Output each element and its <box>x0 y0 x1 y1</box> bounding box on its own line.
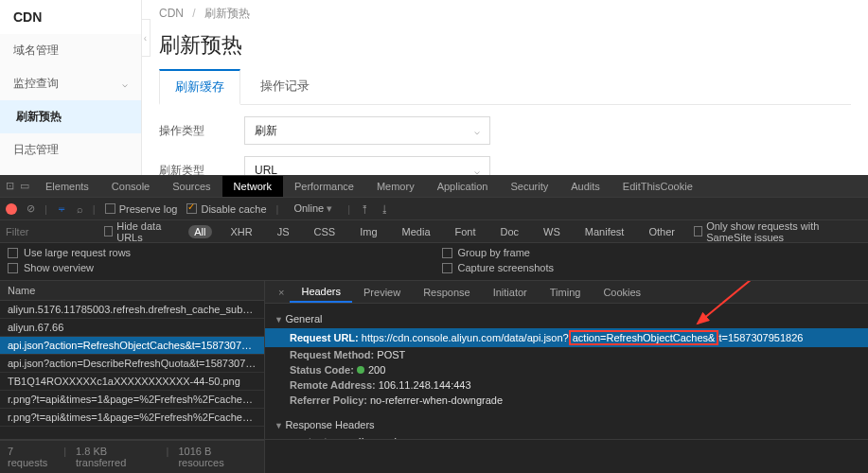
remote-address-row: Remote Address: 106.11.248.144:443 <box>275 377 859 393</box>
referrer-policy-row: Referrer Policy: no-referrer-when-downgr… <box>275 393 859 408</box>
optype-select[interactable]: 刷新⌵ <box>244 116 490 145</box>
filter-row: Hide data URLs All XHR JS CSS Img Media … <box>0 220 868 243</box>
filter-ws[interactable]: WS <box>538 225 566 238</box>
form-row-refreshtype: 刷新类型 URL⌵ <box>159 156 851 175</box>
devtab-application[interactable]: Application <box>426 176 500 197</box>
tab-refresh-cache[interactable]: 刷新缓存 <box>159 69 240 105</box>
response-headers-section[interactable]: Response Headers <box>275 415 859 434</box>
filter-css[interactable]: CSS <box>309 225 342 238</box>
chevron-down-icon: ⌵ <box>474 126 480 136</box>
network-toolbar: ⊘ | ⫧ ⌕ | Preserve log Disable cache | O… <box>0 198 868 220</box>
search-icon[interactable]: ⌕ <box>77 203 83 215</box>
devtab-editcookie[interactable]: EditThisCookie <box>611 176 704 197</box>
devtools-panel: ⊡▭ Elements Console Sources Network Perf… <box>0 175 868 473</box>
devtab-elements[interactable]: Elements <box>34 176 100 197</box>
detail-tab-initiator[interactable]: Initiator <box>482 283 539 302</box>
breadcrumb-root[interactable]: CDN <box>159 7 184 20</box>
breadcrumb-current: 刷新预热 <box>204 7 250 20</box>
clear-icon[interactable]: ⊘ <box>27 202 35 215</box>
sidebar-item-log[interactable]: 日志管理 <box>0 133 141 166</box>
device-icon[interactable]: ▭ <box>20 180 29 192</box>
devtab-network[interactable]: Network <box>222 176 283 197</box>
chevron-down-icon: ⌵ <box>474 166 480 176</box>
request-item[interactable]: r.png?t=api&times=1&page=%2Frefresh%2Fca… <box>0 409 264 427</box>
highlighted-action-param: action=RefreshObjectCaches& <box>569 330 719 345</box>
status-dot-icon <box>357 366 364 374</box>
request-item[interactable]: TB1Q14ROXXXXXc1aXXXXXXXXXXX-44-50.png <box>0 373 264 391</box>
inspect-icon[interactable]: ⊡ <box>6 180 14 192</box>
filter-media[interactable]: Media <box>397 225 436 238</box>
breadcrumb: CDN / 刷新预热 <box>159 6 851 27</box>
devtools-tabs: ⊡▭ Elements Console Sources Network Perf… <box>0 175 868 198</box>
detail-column: × Headers Preview Response Initiator Tim… <box>265 281 868 439</box>
chevron-down-icon: ⌵ <box>122 79 128 89</box>
request-count: 7 requests <box>8 446 54 468</box>
devtab-security[interactable]: Security <box>499 176 559 197</box>
page-tabs: 刷新缓存 操作记录 <box>159 69 851 105</box>
requests-column: Name aliyun.5176.11785003.refresh.drefre… <box>0 281 265 439</box>
filter-xhr[interactable]: XHR <box>225 225 258 238</box>
request-item[interactable]: r.png?t=api&times=1&page=%2Frefresh%2Fca… <box>0 391 264 409</box>
refreshtype-select[interactable]: URL⌵ <box>244 156 490 175</box>
upload-icon[interactable]: ⭱ <box>360 203 370 215</box>
general-section[interactable]: General <box>275 309 859 328</box>
sidebar-title: CDN <box>0 0 141 34</box>
filter-js[interactable]: JS <box>272 225 295 238</box>
request-item[interactable]: aliyun.5176.11785003.refresh.drefresh_ca… <box>0 301 264 319</box>
show-overview-checkbox[interactable]: Show overview <box>8 262 427 273</box>
request-url-row: Request URL: https://cdn.console.aliyun.… <box>265 328 868 347</box>
refreshtype-label: 刷新类型 <box>159 163 244 176</box>
filter-doc[interactable]: Doc <box>495 225 525 238</box>
record-button[interactable] <box>6 203 17 215</box>
sidebar-collapse-handle[interactable]: ‹ <box>142 19 151 57</box>
preserve-log-checkbox[interactable]: Preserve log <box>105 203 178 215</box>
transferred-size: 1.8 KB transferred <box>76 446 157 468</box>
devtab-memory[interactable]: Memory <box>365 176 426 197</box>
request-method-row: Request Method: POST <box>275 347 859 362</box>
filter-img[interactable]: Img <box>354 225 382 238</box>
group-frame-checkbox[interactable]: Group by frame <box>442 247 861 258</box>
detail-tab-timing[interactable]: Timing <box>539 283 593 302</box>
capture-screenshots-checkbox[interactable]: Capture screenshots <box>442 262 861 273</box>
hide-dataurls-checkbox[interactable]: Hide data URLs <box>104 220 175 243</box>
large-rows-checkbox[interactable]: Use large request rows <box>8 247 427 258</box>
filter-icon[interactable]: ⫧ <box>57 203 67 215</box>
main-content: ‹ CDN / 刷新预热 刷新预热 刷新缓存 操作记录 操作类型 刷新⌵ 刷新类… <box>142 0 868 175</box>
throttling-select[interactable]: Online ▾ <box>288 201 338 216</box>
filter-all[interactable]: All <box>188 225 211 238</box>
filter-input[interactable] <box>6 226 91 237</box>
page-title: 刷新预热 <box>159 31 851 60</box>
status-code-row: Status Code: 200 <box>275 362 859 377</box>
devtab-sources[interactable]: Sources <box>161 176 221 197</box>
devtab-audits[interactable]: Audits <box>559 176 611 197</box>
requests-header[interactable]: Name <box>0 281 264 301</box>
sidebar-item-domain[interactable]: 域名管理 <box>0 34 141 67</box>
request-item[interactable]: api.json?action=RefreshObjectCaches&t=15… <box>0 337 264 355</box>
samesite-checkbox[interactable]: Only show requests with SameSite issues <box>694 220 862 243</box>
detail-body: General Request URL: https://cdn.console… <box>265 304 868 439</box>
detail-tab-preview[interactable]: Preview <box>352 283 412 302</box>
download-icon[interactable]: ⭳ <box>380 203 390 215</box>
form-row-optype: 操作类型 刷新⌵ <box>159 116 851 145</box>
detail-tab-cookies[interactable]: Cookies <box>592 283 652 302</box>
close-detail-icon[interactable]: × <box>273 287 290 298</box>
filter-other[interactable]: Other <box>643 225 681 238</box>
detail-tab-headers[interactable]: Headers <box>290 282 352 303</box>
devtab-console[interactable]: Console <box>100 176 161 197</box>
sidebar-item-refresh[interactable]: 刷新预热 <box>0 100 141 133</box>
detail-tab-response[interactable]: Response <box>412 283 482 302</box>
sidebar: CDN 域名管理 监控查询⌵ 刷新预热 日志管理 工具服务 <box>0 0 142 175</box>
filter-font[interactable]: Font <box>450 225 482 238</box>
tab-operation-record[interactable]: 操作记录 <box>244 69 326 104</box>
resources-size: 1016 B resources <box>178 446 257 468</box>
request-list: aliyun.5176.11785003.refresh.drefresh_ca… <box>0 301 264 439</box>
filter-manifest[interactable]: Manifest <box>579 225 630 238</box>
detail-tabs: × Headers Preview Response Initiator Tim… <box>265 281 868 304</box>
request-item[interactable]: aliyun.67.66 <box>0 319 264 337</box>
request-item[interactable]: api.json?action=DescribeRefreshQuota&t=1… <box>0 355 264 373</box>
resp-header-row: content-encoding: gzip <box>275 434 859 439</box>
disable-cache-checkbox[interactable]: Disable cache <box>186 203 266 215</box>
options-row: Use large request rows Show overview Gro… <box>0 243 868 281</box>
devtab-performance[interactable]: Performance <box>283 176 365 197</box>
sidebar-item-monitor[interactable]: 监控查询⌵ <box>0 67 141 100</box>
